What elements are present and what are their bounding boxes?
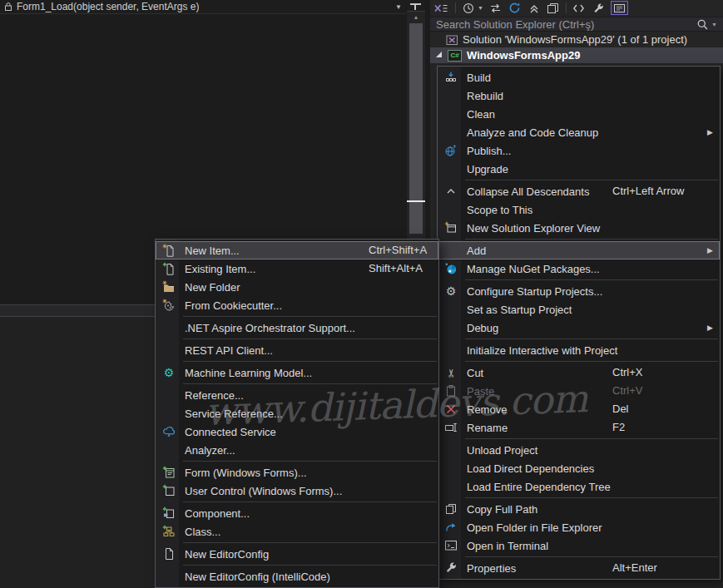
- menu-item-analyze-and-code-cleanup[interactable]: Analyze and Code Cleanup▶: [438, 123, 720, 141]
- menu-item-label: REST API Client...: [185, 344, 273, 357]
- menu-item-add[interactable]: Add▶: [438, 241, 720, 259]
- menu-item-reference[interactable]: Reference...: [156, 386, 438, 404]
- wrench-icon: [441, 561, 461, 576]
- menu-item-build[interactable]: Build: [438, 68, 720, 86]
- menu-item-shortcut: F2: [612, 418, 625, 437]
- menu-item-shortcut: Ctrl+Shift+A: [369, 241, 427, 259]
- menu-item-user-control-windows-forms[interactable]: User Control (Windows Forms)...: [156, 482, 438, 500]
- expanded-arrow-icon[interactable]: [436, 52, 442, 57]
- build-icon: [441, 70, 461, 85]
- menu-item-dotnet-aspire-orchestrator-support[interactable]: .NET Aspire Orchestrator Support...: [156, 319, 438, 337]
- search-input[interactable]: Search Solution Explorer (Ctrl+ş) ▼: [430, 17, 723, 32]
- menu-item-collapse-all-descendants[interactable]: Collapse All DescendantsCtrl+Left Arrow: [438, 182, 720, 200]
- lock-icon: [4, 2, 12, 12]
- project-label: WindowsFormsApp29: [467, 49, 580, 62]
- menu-item-unload-project[interactable]: Unload Project: [438, 441, 720, 459]
- menu-item-label: Manage NuGet Packages...: [467, 263, 600, 275]
- component-icon: [159, 506, 179, 521]
- menu-item-label: Load Direct Dependencies: [467, 462, 594, 475]
- properties-tool-icon[interactable]: [592, 1, 605, 15]
- menu-item-label: Copy Full Path: [467, 503, 537, 516]
- menu-item-scope-to-this[interactable]: Scope to This: [438, 200, 720, 219]
- menu-item-label: From Cookiecutter...: [185, 299, 282, 312]
- menu-item-publish[interactable]: Publish...: [438, 141, 720, 160]
- menu-item-new-editorconfig-intellicode[interactable]: New EditorConfig (IntelliCode): [156, 567, 438, 586]
- menu-item-set-as-startup-project[interactable]: Set as Startup Project: [438, 300, 720, 319]
- search-dropdown-caret-icon[interactable]: ▼: [711, 22, 717, 27]
- tree-item-project[interactable]: C# WindowsFormsApp29: [430, 47, 723, 63]
- menu-item-existing-item[interactable]: Existing Item...Shift+Alt+A: [156, 259, 438, 278]
- preview-selected-items-icon[interactable]: [611, 1, 628, 15]
- menu-item-from-cookiecutter[interactable]: From Cookiecutter...: [156, 296, 438, 314]
- menu-item-remove[interactable]: RemoveDel: [438, 400, 720, 418]
- menu-item-clean[interactable]: Clean: [438, 105, 720, 123]
- project-context-menu: Build Rebuild Clean Analyze and Code Cle…: [437, 66, 721, 580]
- search-icon[interactable]: [696, 18, 709, 31]
- menu-item-copy-full-path[interactable]: Copy Full Path: [438, 500, 720, 518]
- menu-item-label: Rename: [467, 422, 508, 434]
- editor-scrollbar-thumb[interactable]: [409, 23, 423, 234]
- menu-item-cut[interactable]: ✂CutCtrl+X: [438, 363, 720, 382]
- menu-item-rebuild[interactable]: Rebuild: [438, 86, 720, 105]
- menu-item-new-folder[interactable]: New Folder: [156, 278, 438, 296]
- menu-item-manage-nuget-packages[interactable]: Manage NuGet Packages...: [438, 259, 720, 278]
- menu-separator: [183, 461, 437, 462]
- menu-separator: [183, 502, 437, 502]
- menu-item-label: Connected Service: [185, 426, 276, 438]
- menu-item-load-entire-dependency-tree[interactable]: Load Entire Dependency Tree: [438, 477, 720, 496]
- history-filter-icon[interactable]: [462, 1, 475, 15]
- menu-item-debug[interactable]: Debug▶: [438, 319, 720, 337]
- menu-item-shortcut: Shift+Alt+A: [369, 259, 423, 278]
- menu-item-label: Open in Terminal: [467, 540, 548, 552]
- add-submenu: New Item...Ctrl+Shift+A Existing Item...…: [155, 239, 439, 588]
- menu-item-new-solution-explorer-view[interactable]: New Solution Explorer View: [438, 219, 720, 237]
- form-icon: [159, 465, 179, 480]
- scroll-up-icon[interactable]: ▲: [407, 14, 425, 20]
- menu-item-form-windows-forms[interactable]: Form (Windows Forms)...: [156, 463, 438, 482]
- menu-item-upgrade[interactable]: Upgrade: [438, 160, 720, 178]
- chevron-down-icon[interactable]: ▼: [395, 3, 402, 11]
- menu-separator: [183, 338, 437, 339]
- menu-item-new-item[interactable]: New Item...Ctrl+Shift+A: [156, 241, 438, 259]
- menu-separator: [465, 361, 718, 362]
- menu-item-component[interactable]: Component...: [156, 504, 438, 522]
- breadcrumb: Form1_Load(object sender, EventArgs e): [17, 1, 199, 12]
- menu-item-machine-learning-model[interactable]: ⚙Machine Learning Model...: [156, 363, 438, 382]
- collapse-all-icon[interactable]: [527, 1, 541, 15]
- menu-item-analyzer[interactable]: Analyzer...: [156, 441, 438, 459]
- menu-item-load-direct-dependencies[interactable]: Load Direct Dependencies: [438, 459, 720, 477]
- menu-item-service-reference[interactable]: Service Reference...: [156, 404, 438, 422]
- menu-item-class[interactable]: Class...: [156, 522, 438, 541]
- solution-label: Solution 'WindowsFormsApp29' (1 of 1 pro…: [463, 33, 687, 46]
- menu-item-rest-api-client[interactable]: REST API Client...: [156, 341, 438, 359]
- sync-with-active-document-icon[interactable]: [433, 1, 449, 15]
- dropdown-caret-icon[interactable]: ▼: [478, 5, 483, 11]
- menu-separator: [183, 383, 437, 384]
- view-code-icon[interactable]: [572, 1, 586, 15]
- submenu-arrow-icon: ▶: [707, 246, 713, 254]
- tree-item-solution[interactable]: Solution 'WindowsFormsApp29' (1 of 1 pro…: [430, 32, 723, 47]
- menu-item-initialize-interactive-with-project[interactable]: Initialize Interactive with Project: [438, 341, 720, 359]
- new-solution-explorer-view-icon: [441, 220, 461, 235]
- solution-icon: [446, 34, 458, 46]
- menu-item-new-editorconfig[interactable]: New EditorConfig: [156, 545, 438, 563]
- menu-item-rename[interactable]: RenameF2: [438, 418, 720, 437]
- refresh-icon[interactable]: [508, 1, 522, 15]
- split-handle-icon[interactable]: [407, 0, 425, 12]
- gear-icon: ⚙: [441, 284, 461, 299]
- menu-item-connected-service[interactable]: Connected Service: [156, 422, 438, 441]
- menu-item-label: Clean: [467, 108, 495, 121]
- caret-position-marker: [407, 200, 425, 202]
- menu-item-open-in-terminal[interactable]: Open in Terminal: [438, 536, 720, 555]
- menu-item-properties[interactable]: PropertiesAlt+Enter: [438, 559, 720, 577]
- switch-views-icon[interactable]: [489, 1, 503, 15]
- editor-navigation-bar[interactable]: Form1_Load(object sender, EventArgs e) ▼: [0, 0, 406, 14]
- menu-item-label: Set as Startup Project: [467, 304, 572, 316]
- menu-item-open-folder-in-file-explorer[interactable]: Open Folder in File Explorer: [438, 518, 720, 536]
- copy-icon: [441, 502, 461, 516]
- menu-item-configure-startup-projects[interactable]: ⚙Configure Startup Projects...: [438, 282, 720, 300]
- menu-item-label: Rebuild: [467, 90, 503, 102]
- show-all-files-icon[interactable]: [547, 1, 560, 15]
- menu-item-label: Debug: [467, 322, 498, 334]
- menu-item-paste[interactable]: PasteCtrl+V: [438, 382, 720, 400]
